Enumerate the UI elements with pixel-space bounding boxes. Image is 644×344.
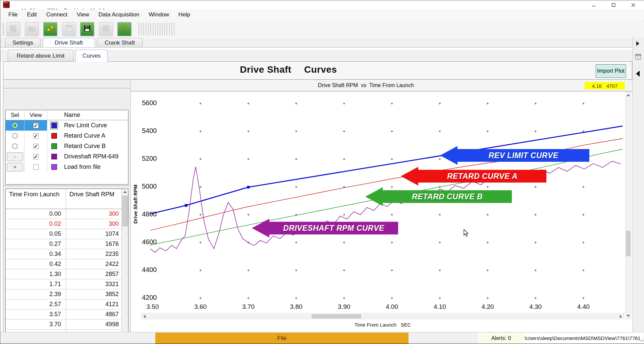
toolbar-open-file-button[interactable] xyxy=(25,22,39,36)
menu-item-data-acquisition[interactable]: Data Acquisition xyxy=(94,10,144,19)
cell-time[interactable]: 0.05 xyxy=(6,229,66,239)
view-checkbox[interactable] xyxy=(33,123,39,128)
curve-select-radio[interactable] xyxy=(12,143,18,149)
cell-rpm[interactable]: 2235 xyxy=(66,249,121,259)
cell-rpm[interactable]: 1676 xyxy=(66,239,121,249)
curve-select-radio[interactable] xyxy=(12,123,18,128)
view-checkbox[interactable] xyxy=(33,144,39,149)
menu-item-help[interactable]: Help xyxy=(174,10,195,19)
toolbar-document-button[interactable] xyxy=(6,22,20,36)
curve-row-retard-curve-b[interactable]: Retard Curve B xyxy=(6,141,128,151)
scroll-left-button[interactable] xyxy=(142,314,148,319)
collapse-panel-button[interactable] xyxy=(636,71,640,77)
curve-row-retard-curve-a[interactable]: Retard Curve A xyxy=(6,131,128,141)
add-curve-button[interactable]: + xyxy=(7,163,23,171)
scroll-down-button[interactable] xyxy=(626,313,631,319)
status-file-button[interactable]: File xyxy=(155,333,409,344)
curve-row-driveshaft-rpm-649[interactable]: -Driveshaft RPM-649 xyxy=(6,151,128,162)
toolbar-help-button[interactable]: ? xyxy=(117,22,131,36)
cell-time[interactable]: 0.02 xyxy=(6,219,66,229)
cell-rpm[interactable]: 4867 xyxy=(66,309,121,319)
data-row[interactable]: 0.422422 xyxy=(6,259,128,269)
scroll-up-button[interactable] xyxy=(122,189,128,195)
toolbar-save-device-button[interactable] xyxy=(80,22,94,36)
panel-list-icon[interactable] xyxy=(635,54,641,60)
toolbar-connect-button[interactable] xyxy=(43,22,57,36)
minimize-button[interactable] xyxy=(584,0,603,9)
tab-scroll-right-button[interactable] xyxy=(636,41,639,46)
cell-time[interactable]: 0.00 xyxy=(6,209,66,219)
curve-color-swatch[interactable] xyxy=(51,133,57,139)
cell-time[interactable]: 0.27 xyxy=(6,239,66,249)
view-checkbox[interactable] xyxy=(33,133,39,139)
v-scrollbar-thumb[interactable] xyxy=(626,231,631,256)
tab-crank-shaft[interactable]: Crank Shaft xyxy=(97,38,143,47)
data-table-scrollbar[interactable] xyxy=(121,189,128,344)
tab-retard-above-limit[interactable]: Retard above Limit xyxy=(8,50,73,62)
data-row[interactable]: 0.00300 xyxy=(6,209,128,219)
curve-color-swatch[interactable] xyxy=(51,164,57,170)
data-row[interactable]: 3.704998 xyxy=(6,320,128,330)
h-scrollbar-thumb[interactable] xyxy=(312,314,361,319)
curve-row-load-from-file[interactable]: +Load from file xyxy=(6,162,128,172)
scroll-right-button[interactable] xyxy=(618,314,624,319)
tab-curves[interactable]: Curves xyxy=(75,50,108,62)
curve-color-swatch[interactable] xyxy=(51,143,57,149)
scroll-up-button[interactable] xyxy=(626,92,631,98)
status-alerts[interactable]: Alerts: 0 xyxy=(478,333,525,344)
curve-color-swatch[interactable] xyxy=(51,123,57,128)
menu-item-edit[interactable]: Edit xyxy=(22,10,41,19)
cell-rpm[interactable]: 2422 xyxy=(66,259,121,269)
view-checkbox[interactable] xyxy=(33,154,39,159)
toolbar-grip[interactable] xyxy=(3,23,4,36)
data-point-marker[interactable] xyxy=(185,204,187,207)
toolbar-data-grid-button[interactable] xyxy=(99,22,113,36)
cell-rpm[interactable]: 300 xyxy=(66,209,121,219)
menu-item-file[interactable]: File xyxy=(4,10,22,19)
close-button[interactable] xyxy=(623,0,643,9)
cell-rpm[interactable]: 4121 xyxy=(66,299,121,309)
data-row[interactable]: 0.051074 xyxy=(6,229,128,239)
cell-time[interactable]: 2.39 xyxy=(6,289,66,299)
cell-rpm[interactable]: 4998 xyxy=(66,320,121,329)
tab-drive-shaft[interactable]: Drive Shaft xyxy=(43,38,95,47)
cell-rpm[interactable]: 300 xyxy=(66,219,121,229)
tab-settings[interactable]: Settings xyxy=(5,38,41,47)
cell-time[interactable]: 0.42 xyxy=(6,259,66,269)
cell-time[interactable]: 2.57 xyxy=(6,299,66,309)
data-row[interactable]: 3.574867 xyxy=(6,309,128,320)
data-row[interactable]: 2.393852 xyxy=(6,289,128,299)
chart-horizontal-scrollbar[interactable] xyxy=(141,313,624,319)
view-checkbox[interactable] xyxy=(33,164,39,170)
menu-item-window[interactable]: Window xyxy=(144,10,173,19)
data-row[interactable]: 2.574121 xyxy=(6,299,128,309)
curve-row-rev-limit-curve[interactable]: Rev Limit Curve xyxy=(6,120,128,131)
menu-item-connect[interactable]: Connect xyxy=(42,10,72,19)
cell-time[interactable]: 3.57 xyxy=(6,309,66,319)
cell-time[interactable]: 1.71 xyxy=(6,279,66,289)
scrollbar-thumb[interactable] xyxy=(122,196,128,226)
curve-select-radio[interactable] xyxy=(12,133,18,139)
cell-rpm[interactable]: 1074 xyxy=(66,229,121,239)
import-plot-button[interactable]: Import Plot xyxy=(596,64,626,78)
maximize-button[interactable] xyxy=(603,0,623,9)
page-title-right: Curves xyxy=(304,64,337,75)
cell-rpm[interactable]: 2857 xyxy=(66,269,121,279)
toolbar-window-button[interactable] xyxy=(62,22,76,36)
data-point-marker[interactable] xyxy=(247,186,250,189)
chart-vertical-scrollbar[interactable] xyxy=(625,92,631,319)
remove-curve-button[interactable]: - xyxy=(7,152,23,161)
menu-item-view[interactable]: View xyxy=(72,10,94,19)
grid-dot xyxy=(439,214,441,216)
data-row[interactable]: 0.02300 xyxy=(6,219,128,229)
data-row[interactable]: 1.713321 xyxy=(6,279,128,289)
data-row[interactable]: 0.271676 xyxy=(6,239,128,249)
cell-rpm[interactable]: 3321 xyxy=(66,279,121,289)
cell-time[interactable]: 0.34 xyxy=(6,249,66,259)
curve-color-swatch[interactable] xyxy=(51,154,57,159)
cell-time[interactable]: 1.30 xyxy=(6,269,66,279)
data-row[interactable]: 1.302857 xyxy=(6,269,128,279)
data-row[interactable]: 0.342235 xyxy=(6,249,128,259)
cell-rpm[interactable]: 3852 xyxy=(66,289,121,299)
cell-time[interactable]: 3.70 xyxy=(6,320,66,329)
